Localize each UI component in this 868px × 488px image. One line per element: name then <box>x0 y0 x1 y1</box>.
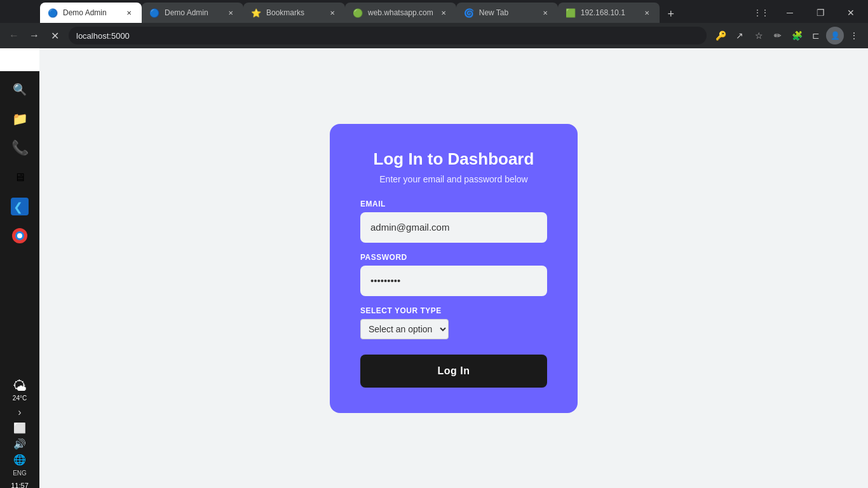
system-tray: › ⬜ 🔊 🌐 ENG <box>13 407 27 477</box>
url-bar[interactable]: localhost:5000 <box>69 27 707 44</box>
tray-lang-label: ENG <box>13 470 27 477</box>
tab-3[interactable]: ⭐ Bookmarks ✕ <box>243 3 345 23</box>
tray-volume-icon[interactable]: 🔊 <box>13 438 26 450</box>
tab-6-title: 192.168.10.1 <box>581 8 637 17</box>
email-label: EMAIL <box>360 200 547 208</box>
svg-text:❮: ❮ <box>13 201 23 214</box>
share-icon[interactable]: ↗ <box>731 27 749 44</box>
edit-icon[interactable]: ✏ <box>769 27 787 44</box>
menu-icon[interactable]: ⋮ <box>845 27 863 44</box>
tab-4-title: web.whatsapp.com <box>368 8 433 17</box>
maximize-button[interactable]: ❐ <box>806 3 835 23</box>
password-input[interactable] <box>360 266 547 296</box>
main-content: Log In to Dashboard Enter your email and… <box>39 48 868 488</box>
email-input[interactable] <box>360 212 547 243</box>
key-icon[interactable]: 🔑 <box>712 27 729 44</box>
taskbar: 🔍 📁 📞 🖥 ❮ <box>0 71 39 488</box>
reload-button[interactable]: ✕ <box>46 27 64 44</box>
weather-temp: 24°C <box>13 395 27 402</box>
weather-widget: 🌤 24°C <box>13 378 27 402</box>
taskbar-vscode-icon[interactable]: ❮ <box>6 193 33 220</box>
login-title: Log In to Dashboard <box>374 149 534 169</box>
tab-1-title: Demo Admin <box>63 8 119 17</box>
tab-1-close[interactable]: ✕ <box>124 8 134 18</box>
taskbar-file-manager-icon[interactable]: 📁 <box>6 105 33 132</box>
tab-5-close[interactable]: ✕ <box>540 8 550 18</box>
tab-4-favicon: 🟢 <box>353 8 363 18</box>
password-label: PASSWORD <box>360 253 547 262</box>
login-subtitle: Enter your email and password below <box>379 174 527 184</box>
forward-button[interactable]: → <box>25 27 43 44</box>
clock: 11:57 02-04-2023 <box>2 482 37 488</box>
tab-2-title: Demo Admin <box>165 8 220 17</box>
back-button[interactable]: ← <box>5 27 23 44</box>
tab-6[interactable]: 🟩 192.168.10.1 ✕ <box>558 3 660 23</box>
tab-2-close[interactable]: ✕ <box>226 8 236 18</box>
tab-2-favicon: 🔵 <box>149 8 159 18</box>
taskbar-search-icon[interactable]: 🔍 <box>6 76 33 103</box>
login-card: Log In to Dashboard Enter your email and… <box>330 124 578 413</box>
tab-5-title: New Tab <box>479 8 535 17</box>
svg-point-4 <box>17 233 22 238</box>
extensions-icon[interactable]: 🧩 <box>788 27 806 44</box>
tab-4-close[interactable]: ✕ <box>438 8 449 18</box>
profile-sidebar-icon[interactable]: ⊏ <box>807 27 825 44</box>
tab-1[interactable]: 🔵 Demo Admin ✕ <box>40 3 142 23</box>
password-form-group: PASSWORD <box>360 253 547 296</box>
tab-6-close[interactable]: ✕ <box>642 8 652 18</box>
login-button[interactable]: Log In <box>360 355 547 388</box>
tab-2[interactable]: 🔵 Demo Admin ✕ <box>142 3 243 23</box>
tray-screen-icon[interactable]: ⬜ <box>13 422 26 434</box>
weather-icon: 🌤 <box>13 378 27 395</box>
url-text: localhost:5000 <box>76 31 130 41</box>
clock-time: 11:57 <box>11 482 29 488</box>
tab-5[interactable]: 🌀 New Tab ✕ <box>456 3 558 23</box>
tab-1-favicon: 🔵 <box>48 8 58 18</box>
tab-3-title: Bookmarks <box>266 8 322 17</box>
select-type-dropdown[interactable]: Select an option Admin User Manager <box>360 319 449 339</box>
tab-4[interactable]: 🟢 web.whatsapp.com ✕ <box>345 3 456 23</box>
tab-5-favicon: 🌀 <box>464 8 474 18</box>
email-form-group: EMAIL <box>360 200 547 243</box>
close-button[interactable]: ✕ <box>836 3 865 23</box>
tab-6-favicon: 🟩 <box>566 8 576 18</box>
bookmark-icon[interactable]: ☆ <box>750 27 768 44</box>
minimize-button[interactable]: ─ <box>775 3 804 23</box>
tab-bar: 🔵 Demo Admin ✕ 🔵 Demo Admin ✕ ⭐ Bookmark… <box>0 0 868 23</box>
avatar-icon[interactable]: 👤 <box>826 27 844 44</box>
new-tab-button[interactable]: + <box>662 5 680 23</box>
tray-chevron-icon[interactable]: › <box>18 407 21 418</box>
tab-3-favicon: ⭐ <box>251 8 261 18</box>
select-type-form-group: SELECT YOUR TYPE Select an option Admin … <box>360 306 547 339</box>
taskbar-terminal-icon[interactable]: 🖥 <box>6 164 33 191</box>
taskbar-viber-icon[interactable]: 📞 <box>6 135 33 161</box>
tab-3-close[interactable]: ✕ <box>327 8 337 18</box>
taskbar-bottom: 🌤 24°C › ⬜ 🔊 🌐 ENG 11:57 02-04-2023 <box>2 376 37 488</box>
tab-scroll-chevron[interactable]: ⋮⋮ <box>754 8 769 17</box>
select-type-label: SELECT YOUR TYPE <box>360 306 547 315</box>
taskbar-chrome-icon[interactable] <box>6 222 33 249</box>
tray-network-icon[interactable]: 🌐 <box>13 454 26 466</box>
address-bar: ← → ✕ localhost:5000 🔑 ↗ ☆ ✏ 🧩 ⊏ 👤 ⋮ <box>0 23 868 48</box>
